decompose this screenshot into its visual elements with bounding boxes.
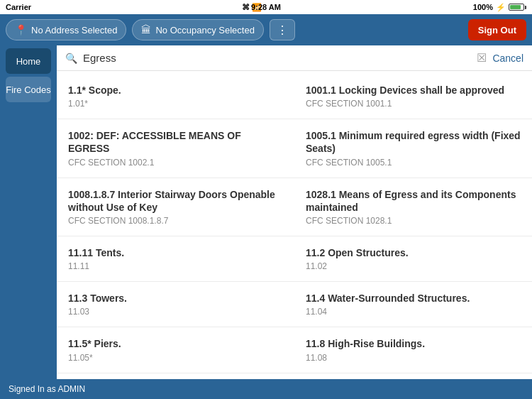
fire-codes-label: Fire Codes [6,84,51,95]
list-item[interactable]: 11.8 High-Rise Buildings. 11.08 [294,327,532,373]
result-title: 11.3 Towers. [68,292,283,305]
charging-icon: ⚡ [496,3,506,12]
result-title: 1.1* Scope. [68,84,283,97]
signed-in-label: Signed In as ADMIN [9,384,85,394]
sidebar-item-fire-codes[interactable]: Fire Codes [6,77,51,102]
time-label: 9:28 AM [251,3,281,11]
list-item[interactable]: 1005.1 Minimum required egress width (Fi… [294,119,532,177]
result-title: 1001.1 Locking Devices shall be approved [306,84,521,97]
result-subtitle: CFC SECTION 1028.1 [306,216,521,226]
building-icon: 🏛 [141,24,151,35]
result-title: 11.8 High-Rise Buildings. [306,337,521,350]
result-title: 1005.1 Minimum required egress width (Fi… [306,129,521,155]
search-input[interactable] [83,52,471,64]
main-layout: Home Fire Codes 🔍 ☒ Cancel 1.1* Scope. 1… [0,45,532,379]
result-subtitle: CFC SECTION 1008.1.8.7 [68,216,283,226]
list-item[interactable]: 12.1 General Requirements. 12.01 [57,373,294,380]
results-grid: 1.1* Scope. 1.01* 1001.1 Locking Devices… [57,74,532,379]
search-icon: 🔍 [65,53,77,64]
result-subtitle: 11.08 [306,353,521,363]
result-title: 1002: DEF: ACCESSIBLE MEANS OF EGRESS [68,129,283,155]
list-item[interactable]: 11.4 Water-Surrounded Structures. 11.04 [294,282,532,327]
list-item[interactable]: 11.2 Open Structures. 11.02 [294,236,532,282]
list-item[interactable]: 12.2 Means of Egress Requirements. 12.02 [294,373,532,380]
result-title: 1008.1.8.7 Interior Stairway Doors Opena… [68,188,283,214]
result-subtitle: CFC SECTION 1001.1 [306,99,521,109]
home-label: Home [16,56,41,67]
result-title: 11.11 Tents. [68,246,283,259]
occupancy-label: No Occupancy Selected [155,25,254,35]
extra-icon-button[interactable]: ⋮ [270,19,295,40]
result-subtitle: 1.01* [68,99,283,109]
list-item[interactable]: 1.1* Scope. 1.01* [57,74,294,119]
list-item[interactable]: 1001.1 Locking Devices shall be approved… [294,74,532,119]
result-subtitle: 11.02 [306,261,521,271]
result-title: 11.5* Piers. [68,337,283,350]
list-item[interactable]: 1002: DEF: ACCESSIBLE MEANS OF EGRESS CF… [57,119,294,177]
list-item[interactable]: 11.3 Towers. 11.03 [57,282,294,327]
search-bar: 🔍 ☒ Cancel [57,45,532,71]
list-item[interactable]: 11.5* Piers. 11.05* [57,327,294,373]
sidebar: Home Fire Codes [0,45,57,379]
address-label: No Address Selected [31,25,117,35]
cancel-search-button[interactable]: Cancel [492,53,523,64]
result-subtitle: CFC SECTION 1005.1 [306,158,521,168]
occupancy-selector[interactable]: 🏛 No Occupancy Selected [132,19,263,40]
content-area: 🔍 ☒ Cancel 1.1* Scope. 1.01* 1001.1 Lock… [57,45,532,379]
result-subtitle: 11.11 [68,261,283,271]
list-item[interactable]: 1028.1 Means of Egress and its Component… [294,178,532,236]
result-subtitle: 11.03 [68,307,283,317]
results-list: 1.1* Scope. 1.01* 1001.1 Locking Devices… [57,71,532,379]
address-selector[interactable]: 📍 No Address Selected [6,19,126,40]
carrier-label: Carrier [6,3,31,11]
result-title: 1028.1 Means of Egress and its Component… [306,188,521,214]
clear-search-button[interactable]: ☒ [477,51,487,65]
battery-icon [509,4,526,11]
result-title: 11.2 Open Structures. [306,246,521,259]
status-bar: Carrier ⌘ 📶 9:28 AM 100% ⚡ [0,0,532,14]
location-icon: 📍 [15,24,27,35]
result-title: 11.4 Water-Surrounded Structures. [306,292,521,305]
bottom-status-bar: Signed In as ADMIN [0,379,532,399]
result-subtitle: CFC SECTION 1002.1 [68,158,283,168]
sidebar-item-home[interactable]: Home [6,48,51,74]
list-item[interactable]: 11.11 Tents. 11.11 [57,236,294,282]
sign-out-button[interactable]: Sign Out [468,19,526,40]
grid-icon: ⋮ [277,23,288,37]
result-subtitle: 11.05* [68,353,283,363]
top-nav-bar: 📍 No Address Selected 🏛 No Occupancy Sel… [0,14,532,45]
result-subtitle: 11.04 [306,307,521,317]
status-bar-right: 100% ⚡ [473,3,526,12]
battery-percent-label: 100% [473,3,493,11]
list-item[interactable]: 1008.1.8.7 Interior Stairway Doors Opena… [57,178,294,236]
